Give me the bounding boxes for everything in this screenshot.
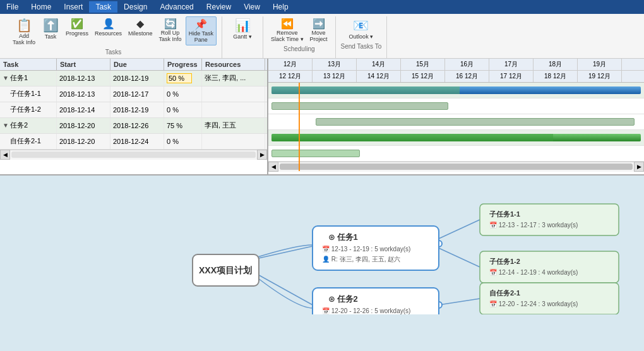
ribbon-group-tasks: 📋 AddTask Info ⬆️ Task ✅ Progress 👤 Reso… <box>5 16 222 58</box>
date-top-cell: 17月 <box>489 59 534 70</box>
task2-title: ⊙ 任务2 <box>328 294 358 304</box>
scroll-right[interactable]: ▶ <box>634 162 644 172</box>
task-area: Task Start Due Progress Resources ▼任务1 2… <box>0 59 644 351</box>
date-bottom-cell: 16 12月 <box>445 71 489 82</box>
resources-button[interactable]: 👤 Resources <box>92 16 124 39</box>
hide-task-pane-button[interactable]: 📌 Hide TaskPane <box>186 16 217 45</box>
progress-cell[interactable] <box>164 71 202 86</box>
milestone-button[interactable]: ◆ Milestone <box>126 16 155 39</box>
task-name-cell: 子任务1-2 <box>0 102 57 117</box>
due-cell: 2018-12-19 <box>110 71 164 86</box>
date-top-cell: 19月 <box>578 59 622 70</box>
gantt-bar-row <box>268 146 644 162</box>
h-scrollbar-gantt[interactable]: ◀ ▶ <box>268 162 644 172</box>
gantt-bar-sub3 <box>271 150 360 157</box>
table-row[interactable]: ▼任务1 2018-12-13 2018-12-19 张三, 李四, ... <box>0 71 267 86</box>
table-row[interactable]: ▼任务2 2018-12-20 2018-12-26 75 % 李四, 王五 <box>0 118 267 134</box>
start-cell: 2018-12-20 <box>57 134 110 149</box>
table-row[interactable]: 子任务1-1 2018-12-13 2018-12-17 0 % <box>0 86 267 102</box>
add-task-icon: 📋 <box>16 18 32 33</box>
resources-cell <box>202 86 265 102</box>
subtask11-title: 子任务1-1 <box>489 210 520 218</box>
outlook-button[interactable]: 📧 Outlook ▾ <box>347 16 376 42</box>
due-cell: 2018-12-19 <box>110 102 164 117</box>
svg-rect-12 <box>480 283 619 314</box>
col-header-task: Task <box>0 59 57 70</box>
menu-advanced[interactable]: Advanced <box>153 1 200 13</box>
gantt-dates-top: 12月 13月 14月 15月 16月 17月 18月 19月 <box>268 59 644 71</box>
gantt-bar-sub1 <box>271 102 448 110</box>
due-cell: 2018-12-24 <box>110 134 164 149</box>
h-scrollbar-table[interactable]: ◀ ▶ <box>0 150 267 160</box>
scroll-left-arrow[interactable]: ◀ <box>0 150 10 160</box>
subtask21-title: 自任务2-1 <box>489 289 520 297</box>
progress-button[interactable]: ✅ Progress <box>63 16 91 39</box>
menu-task[interactable]: Task <box>89 1 117 13</box>
date-bottom-cell: 19 12月 <box>578 71 622 82</box>
today-line <box>299 83 300 171</box>
scrollbar-thumb[interactable] <box>280 164 633 170</box>
scroll-thumb-h[interactable] <box>11 152 256 158</box>
menu-insert[interactable]: Insert <box>57 1 89 13</box>
gantt-bar-row <box>268 130 644 146</box>
gantt-table-header: Task Start Due Progress Resources <box>0 59 267 71</box>
task-name-cell: ▼任务2 <box>0 118 57 133</box>
gantt-progress-task2 <box>271 134 553 141</box>
add-task-info-button[interactable]: 📋 AddTask Info <box>10 16 38 47</box>
col-header-progress: Progress <box>164 59 202 70</box>
outlook-group-label: Send Tasks To <box>341 43 382 51</box>
milestone-icon: ◆ <box>136 18 144 30</box>
start-cell: 2018-12-14 <box>57 102 110 117</box>
scheduling-label: Scheduling <box>283 45 314 54</box>
table-row[interactable]: 子任务1-2 2018-12-14 2018-12-19 0 % <box>0 102 267 118</box>
expand-icon[interactable]: ▼ <box>3 122 9 129</box>
gantt-button[interactable]: 📊 Gantt ▾ <box>227 16 258 42</box>
menu-design[interactable]: Design <box>117 1 153 13</box>
start-cell: 2018-12-13 <box>57 86 110 102</box>
expand-icon[interactable]: ▼ <box>3 74 9 81</box>
move-label: MoveProject <box>310 30 328 43</box>
root-label: XXX项目计划 <box>199 265 252 275</box>
gantt-bar-row <box>268 83 644 98</box>
progress-label: Progress <box>66 30 88 37</box>
scroll-right-arrow[interactable]: ▶ <box>257 150 267 160</box>
table-row[interactable]: 自任务2-1 2018-12-20 2018-12-24 0 % <box>0 134 267 150</box>
date-bottom-cell: 18 12月 <box>534 71 578 82</box>
menu-file[interactable]: File <box>0 1 25 13</box>
svg-line-4 <box>439 299 480 305</box>
priority-button[interactable]: ⬆️ Task <box>39 16 62 42</box>
date-top-cell: 15月 <box>401 59 445 70</box>
gantt-date-header: 12月 13月 14月 15月 16月 17月 18月 19月 12 12月 1… <box>268 59 644 83</box>
date-top-cell: 16月 <box>445 59 489 70</box>
scroll-left[interactable]: ◀ <box>268 162 278 172</box>
hide-pane-icon: 📌 <box>194 18 207 30</box>
remove-slack-button[interactable]: ⏪ RemoveSlack Time ▾ <box>268 16 306 44</box>
start-cell: 2018-12-13 <box>57 71 110 86</box>
date-bottom-cell: 13 12月 <box>313 71 357 82</box>
menu-help[interactable]: Help <box>266 1 295 13</box>
date-top-cell: 18月 <box>534 59 578 70</box>
slack-icon: ⏪ <box>281 18 294 30</box>
gantt-bar-row <box>268 114 644 130</box>
gantt-icon: 📊 <box>235 18 251 33</box>
svg-line-1 <box>256 273 313 305</box>
rollup-label: Roll UpTask Info <box>159 30 182 43</box>
date-top-cell: 13月 <box>313 59 357 70</box>
move-project-button[interactable]: ➡️ MoveProject <box>307 16 330 44</box>
subtask12-title: 子任务1-2 <box>489 258 520 265</box>
progress-input[interactable] <box>167 73 192 83</box>
resources-icon: 👤 <box>102 18 115 30</box>
date-bottom-cell: 17 12月 <box>489 71 534 82</box>
menu-review[interactable]: Review <box>200 1 237 13</box>
priority-label: Task <box>45 33 57 40</box>
menu-view[interactable]: View <box>237 1 266 13</box>
due-cell: 2018-12-26 <box>110 118 164 133</box>
resources-cell: 张三, 李四, ... <box>202 71 265 86</box>
date-top-cell: 14月 <box>357 59 401 70</box>
roll-up-button[interactable]: 🔄 Roll UpTask Info <box>157 16 184 44</box>
subtask21-date: 📅 12-20 - 12-24 : 3 workday(s) <box>489 300 578 308</box>
svg-rect-10 <box>480 251 619 283</box>
subtask11-date: 📅 12-13 - 12-17 : 3 workday(s) <box>489 221 578 229</box>
menu-home[interactable]: Home <box>25 1 57 13</box>
svg-line-3 <box>439 248 480 267</box>
